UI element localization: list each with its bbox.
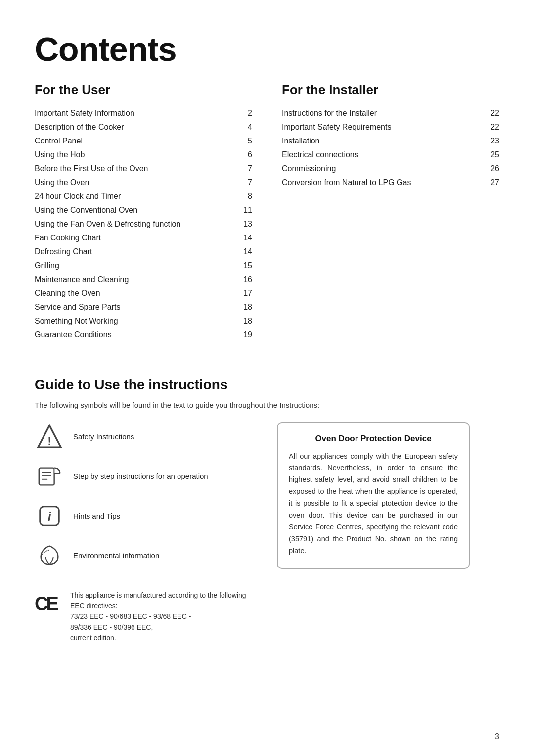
toc-item: Commissioning 26 bbox=[282, 162, 499, 176]
toc-item: Conversion from Natural to LPG Gas 27 bbox=[282, 176, 499, 189]
toc-page: 6 bbox=[237, 150, 252, 159]
installer-section: For the Installer Instructions for the I… bbox=[272, 82, 499, 342]
toc-label: Description of the Cooker bbox=[35, 123, 237, 132]
toc-item: Cleaning the Oven 17 bbox=[35, 286, 252, 300]
toc-item: 24 hour Clock and Timer 8 bbox=[35, 189, 252, 203]
toc-label: Installation bbox=[282, 137, 485, 145]
toc-item: Guarantee Conditions 19 bbox=[35, 328, 252, 342]
step-icon-row: Step by step instructions for an operati… bbox=[35, 462, 257, 491]
user-heading: For the User bbox=[35, 82, 252, 97]
info-icon-row: i Hints and Tips bbox=[35, 501, 257, 531]
toc-label: Instructions for the Installer bbox=[282, 109, 485, 118]
user-toc-list: Important Safety Information 2 Descripti… bbox=[35, 106, 252, 342]
toc-label: Before the First Use of the Oven bbox=[35, 164, 237, 173]
toc-label: Using the Fan Oven & Defrosting function bbox=[35, 220, 237, 229]
info-circle-icon: i bbox=[36, 503, 63, 529]
toc-item: Grilling 15 bbox=[35, 259, 252, 273]
toc-page: 26 bbox=[485, 164, 499, 173]
svg-text:i: i bbox=[48, 509, 52, 523]
step-label: Step by step instructions for an operati… bbox=[73, 471, 208, 481]
toc-label: Electrical connections bbox=[282, 150, 485, 159]
toc-page: 19 bbox=[237, 331, 252, 339]
toc-label: 24 hour Clock and Timer bbox=[35, 192, 237, 201]
toc-item: Important Safety Information 2 bbox=[35, 106, 252, 120]
toc-label: Something Not Working bbox=[35, 317, 237, 326]
toc-label: Guarantee Conditions bbox=[35, 331, 237, 339]
toc-page: 8 bbox=[237, 192, 252, 201]
env-label: Environmental information bbox=[73, 550, 159, 561]
toc-item: Installation 23 bbox=[282, 134, 499, 148]
oven-door-box: Oven Door Protection Device All our appl… bbox=[277, 422, 470, 569]
guide-icons: ! Safety Instructions bbox=[35, 422, 257, 644]
toc-page: 27 bbox=[485, 178, 499, 187]
guide-content: ! Safety Instructions bbox=[35, 422, 499, 644]
toc-label: Fan Cooking Chart bbox=[35, 234, 237, 242]
toc-label: Conversion from Natural to LPG Gas bbox=[282, 178, 485, 187]
toc-page: 2 bbox=[237, 109, 252, 118]
toc-item: Description of the Cooker 4 bbox=[35, 120, 252, 134]
oven-door-col: Oven Door Protection Device All our appl… bbox=[272, 422, 499, 569]
toc-page: 16 bbox=[237, 275, 252, 284]
toc-label: Maintenance and Cleaning bbox=[35, 275, 237, 284]
toc-page: 18 bbox=[237, 317, 252, 326]
toc-label: Important Safety Information bbox=[35, 109, 237, 118]
guide-heading: Guide to Use the instructions bbox=[35, 377, 499, 393]
toc-label: Commissioning bbox=[282, 164, 485, 173]
toc-label: Defrosting Chart bbox=[35, 247, 237, 256]
toc-item: Using the Fan Oven & Defrosting function… bbox=[35, 217, 252, 231]
toc-page: 11 bbox=[237, 206, 252, 215]
ce-logo: CE bbox=[35, 592, 63, 612]
toc-item: Control Panel 5 bbox=[35, 134, 252, 148]
safety-triangle-icon: ! bbox=[36, 424, 63, 450]
toc-item: Maintenance and Cleaning 16 bbox=[35, 273, 252, 286]
toc-item: Using the Conventional Oven 11 bbox=[35, 203, 252, 217]
env-icon-box bbox=[35, 541, 64, 570]
certification-box: CE This appliance is manufactured accord… bbox=[35, 585, 257, 644]
user-section: For the User Important Safety Informatio… bbox=[35, 82, 272, 342]
toc-label: Important Safety Requirements bbox=[282, 123, 485, 132]
toc-page: 22 bbox=[485, 109, 499, 118]
toc-item: Defrosting Chart 14 bbox=[35, 245, 252, 259]
cert-text: This appliance is manufactured according… bbox=[70, 590, 257, 644]
guide-description: The following symbols will be found in t… bbox=[35, 400, 499, 411]
toc-item: Using the Hob 6 bbox=[35, 148, 252, 162]
env-icon-row: Environmental information bbox=[35, 541, 257, 570]
section-divider bbox=[35, 362, 499, 362]
info-icon-box: i bbox=[35, 501, 64, 531]
toc-item: Before the First Use of the Oven 7 bbox=[35, 162, 252, 176]
ce-mark: CE bbox=[35, 592, 63, 615]
toc-page: 15 bbox=[237, 261, 252, 270]
toc-page: 17 bbox=[237, 289, 252, 298]
toc-page: 7 bbox=[237, 164, 252, 173]
toc-label: Using the Oven bbox=[35, 178, 237, 187]
env-leaf-icon bbox=[36, 542, 63, 569]
toc-page: 13 bbox=[237, 220, 252, 229]
toc-label: Cleaning the Oven bbox=[35, 289, 237, 298]
toc-page: 14 bbox=[237, 234, 252, 242]
hints-label: Hints and Tips bbox=[73, 511, 120, 521]
svg-text:!: ! bbox=[47, 435, 51, 448]
toc-page: 5 bbox=[237, 137, 252, 145]
toc-item: Using the Oven 7 bbox=[35, 176, 252, 189]
installer-heading: For the Installer bbox=[282, 82, 499, 97]
page-number: 3 bbox=[495, 732, 499, 741]
toc-page: 18 bbox=[237, 303, 252, 312]
oven-door-heading: Oven Door Protection Device bbox=[289, 434, 458, 444]
toc-page: 14 bbox=[237, 247, 252, 256]
toc-page: 23 bbox=[485, 137, 499, 145]
toc-label: Control Panel bbox=[35, 137, 237, 145]
safety-icon-box: ! bbox=[35, 422, 64, 452]
installer-toc-list: Instructions for the Installer 22 Import… bbox=[282, 106, 499, 189]
toc-item: Service and Spare Parts 18 bbox=[35, 300, 252, 314]
step-hand-icon bbox=[36, 463, 63, 490]
toc-label: Using the Conventional Oven bbox=[35, 206, 237, 215]
safety-label: Safety Instructions bbox=[73, 431, 134, 442]
toc-page: 25 bbox=[485, 150, 499, 159]
toc-label: Service and Spare Parts bbox=[35, 303, 237, 312]
oven-door-text: All our appliances comply with the Europ… bbox=[289, 451, 458, 557]
toc-item: Important Safety Requirements 22 bbox=[282, 120, 499, 134]
svg-text:CE: CE bbox=[35, 593, 58, 612]
toc-item: Fan Cooking Chart 14 bbox=[35, 231, 252, 245]
safety-icon-row: ! Safety Instructions bbox=[35, 422, 257, 452]
step-icon-box bbox=[35, 462, 64, 491]
